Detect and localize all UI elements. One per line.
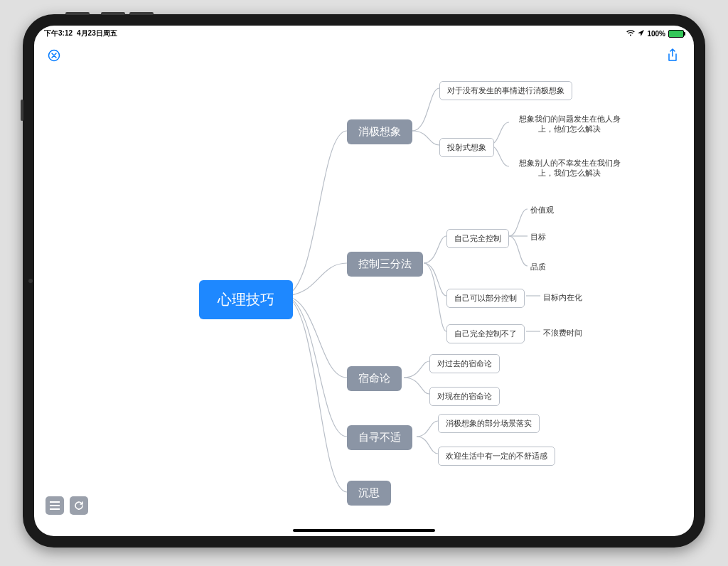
- leaf-present-fatalism[interactable]: 对现在的宿命论: [429, 387, 500, 406]
- branch-meditation[interactable]: 沉思: [347, 481, 391, 506]
- leaf-welcome-discomfort[interactable]: 欢迎生活中有一定的不舒适感: [438, 447, 555, 466]
- leaf-projection-0[interactable]: 想象我们的问题发生在他人身上，他们怎么解决: [509, 112, 630, 136]
- leaf-projection[interactable]: 投射式想象: [439, 138, 494, 157]
- leaf-full-control[interactable]: 自己完全控制: [446, 229, 509, 248]
- volume-up-button: [101, 12, 125, 15]
- branch-fatalism[interactable]: 宿命论: [347, 366, 402, 391]
- screen: 下午3:12 4月23日周五 100%: [34, 26, 694, 536]
- camera-dot: [28, 279, 33, 283]
- sync-button[interactable]: [70, 496, 88, 515]
- leaf-projection-1[interactable]: 想象别人的不幸发生在我们身上，我们怎么解决: [509, 156, 630, 180]
- mindmap-canvas[interactable]: 心理技巧 消极想象 对于没有发生的事情进行消极想象 投射式想象 想象我们的问题发…: [34, 26, 694, 536]
- leaf-values[interactable]: 价值观: [528, 203, 557, 217]
- leaf-practice-neg[interactable]: 消极想象的部分场景落实: [438, 414, 540, 433]
- branch-self-discomfort[interactable]: 自寻不适: [347, 425, 412, 450]
- outline-button[interactable]: [46, 496, 64, 515]
- volume-down-button: [129, 12, 154, 15]
- side-button: [21, 100, 23, 121]
- connectors: [34, 26, 694, 536]
- leaf-goals[interactable]: 目标: [528, 230, 549, 244]
- power-button: [65, 12, 90, 15]
- leaf-quality[interactable]: 品质: [528, 260, 549, 274]
- leaf-partial-control[interactable]: 自己可以部分控制: [446, 289, 525, 308]
- root-node[interactable]: 心理技巧: [199, 280, 293, 319]
- leaf-past-fatalism[interactable]: 对过去的宿命论: [429, 354, 500, 373]
- leaf-internalize[interactable]: 目标内在化: [540, 291, 585, 304]
- branch-negative-visualization[interactable]: 消极想象: [347, 119, 412, 144]
- branch-trichotomy[interactable]: 控制三分法: [347, 252, 423, 277]
- leaf-neg-0[interactable]: 对于没有发生的事情进行消极想象: [439, 81, 572, 100]
- ipad-frame: 下午3:12 4月23日周五 100%: [23, 14, 705, 548]
- leaf-no-control[interactable]: 自己完全控制不了: [446, 324, 525, 343]
- leaf-no-waste[interactable]: 不浪费时间: [540, 326, 585, 340]
- home-indicator: [293, 529, 435, 532]
